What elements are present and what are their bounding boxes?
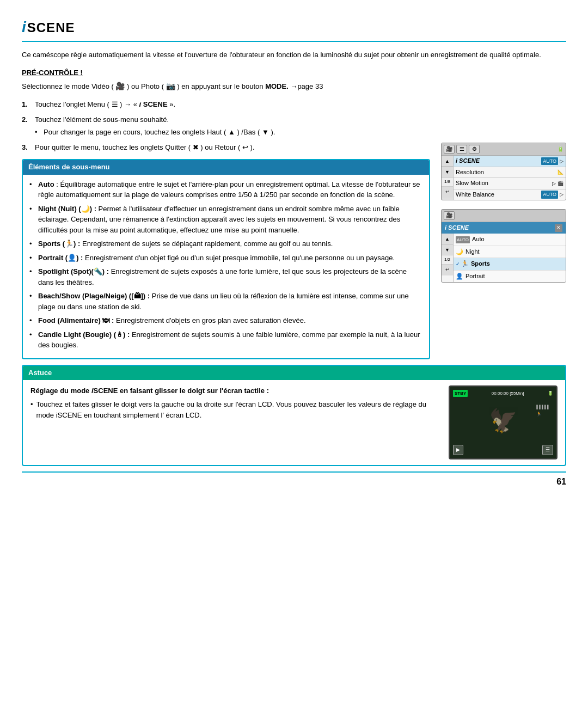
submenu-item-sports: • Sports (🏃) : Enregistrement de sujets …	[29, 238, 422, 249]
panel1-row-whitebalance[interactable]: White Balance AUTO ▷	[454, 189, 566, 200]
panel1-value-whitebalance: AUTO	[541, 191, 558, 199]
option-night-label: Night	[465, 248, 480, 256]
panel2-nav-back[interactable]: ↩	[442, 265, 453, 275]
astuce-bold-text: Réglage du mode iSCENE en faisant glisse…	[30, 387, 269, 395]
panel1-icon-list: ☰	[456, 145, 467, 154]
option-auto-label: Auto	[472, 235, 485, 243]
step-1: 1. Touchez l'onglet Menu ( ☰ ) → « i SCE…	[22, 99, 430, 110]
lcd-battery-icon: 🔋	[548, 390, 553, 396]
panel2-option-sports[interactable]: ✓ 🏃 Sports	[454, 258, 566, 270]
panel2-option-night[interactable]: 🌙 Night	[454, 246, 566, 258]
panel2-close-btn[interactable]: ✕	[555, 224, 562, 232]
panel1-label-whitebalance: White Balance	[456, 191, 541, 199]
lcd-zoom-indicator: ▌▌▌▌▌	[536, 405, 550, 410]
panel1-value-slowmotion: ▷ 🎬	[552, 180, 564, 187]
option-portrait-label: Portrait	[465, 272, 485, 280]
page-title: iSCENE	[22, 16, 566, 42]
option-sports-label: Sports	[471, 260, 490, 268]
panel2-nav-counter: 1/2	[442, 255, 453, 264]
step-3-text: Pour quitter le menu, touchez les onglet…	[35, 142, 255, 153]
lcd-menu-btn[interactable]: ☰	[542, 445, 553, 455]
panel1-nav-counter: 1/8	[442, 177, 453, 186]
astuce-text-area: Réglage du mode iSCENE en faisant glisse…	[30, 385, 440, 421]
option-portrait-icon: 👤	[456, 272, 463, 280]
panel1-nav-back[interactable]: ↩	[442, 187, 453, 198]
panel1-nav-down[interactable]: ▼	[442, 167, 453, 177]
panel1-icon-battery: 🔋	[558, 146, 564, 153]
ui-panel-1: 🎥 ☰ ⚙ 🔋 ▲ ▼ 1/8 ↩ i SCENE AUTO	[441, 143, 566, 200]
submenu-box: Éléments de sous-menu • Auto : Équilibra…	[22, 159, 430, 359]
step-num-3: 3.	[22, 142, 32, 153]
step-num-1: 1.	[22, 99, 32, 110]
panel1-icon-camera: 🎥	[444, 145, 455, 154]
option-sports-check: ✓	[456, 261, 460, 268]
panel1-icon-gear: ⚙	[469, 145, 480, 154]
step-2: 2. Touchez l'élément de sous-menu souhai…	[22, 114, 430, 125]
option-auto-badge: AUTO	[456, 236, 470, 243]
page-number: 61	[22, 471, 566, 488]
panel1-label-slowmotion: Slow Motion	[456, 179, 552, 187]
panel1-row-scene[interactable]: i SCENE AUTO ▷	[454, 156, 566, 167]
panel1-value-resolution: 📐	[558, 169, 564, 176]
panel2-option-auto[interactable]: AUTO Auto	[454, 234, 566, 246]
panel2-scene-title: i SCENE	[445, 224, 469, 232]
select-line: Sélectionnez le mode Vidéo ( 🎥 ) ou Phot…	[22, 81, 566, 92]
pre-controle-title: PRÉ-CONTRÔLE !	[22, 68, 566, 78]
lcd-sports-icon-lcd: 🏃	[536, 411, 550, 417]
submenu-item-beach: • Beach/Show (Plage/Neige) ([🏔]) : Prise…	[29, 291, 422, 312]
step-1-text: Touchez l'onglet Menu ( ☰ ) → « i SCENE …	[35, 99, 175, 110]
submenu-item-night: • Night (Nuit) (🌙) : Permet à l'utilisat…	[29, 204, 422, 236]
intro-text: Ce caméscope règle automatiquement la vi…	[22, 50, 566, 60]
submenu-item-food: • Food (Alimentaire) 🍽 : Enregistrement …	[29, 315, 422, 326]
astuce-body-text: Touchez et faites glisser le doigt vers …	[36, 399, 440, 420]
submenu-item-candle: • Candle Light (Bougie) (🕯) : Enregistre…	[29, 329, 422, 351]
ui-panel-2: 🎥 i SCENE ✕ ▲ ▼ 1/2 ↩ AUTO Auto	[441, 209, 566, 283]
panel1-row-resolution[interactable]: Resolution 📐	[454, 167, 566, 178]
panel1-label-scene: i SCENE	[456, 157, 541, 165]
title-text: SCENE	[27, 19, 75, 37]
astuce-section: Astuce Réglage du mode iSCENE en faisant…	[22, 365, 566, 466]
submenu-list: • Auto : Équilibrage automatique entre l…	[29, 179, 422, 351]
camera-lcd-mockup: STBY 00:00:00 [55Min] 🔋 🦅 ▌▌▌▌▌ 🏃 ▶ ☰	[449, 385, 558, 459]
lcd-time-display: 00:00:00 [55Min]	[492, 390, 524, 396]
submenu-item-spotlight: • Spotlight (Spot)(🔦) : Enregistrement d…	[29, 266, 422, 287]
option-sports-icon: 🏃	[461, 260, 469, 268]
panel1-row-slowmotion[interactable]: Slow Motion ▷ 🎬	[454, 178, 566, 189]
panel1-label-resolution: Resolution	[456, 168, 558, 176]
submenu-item-portrait: • Portrait (👤) : Enregistrement d'un obj…	[29, 253, 422, 264]
step-2-sub: • Pour changer la page en cours, touchez…	[35, 127, 430, 138]
lcd-mode-badge: STBY	[453, 390, 468, 397]
panel1-nav-up[interactable]: ▲	[442, 156, 453, 167]
lcd-subject-image: 🦅	[489, 405, 517, 437]
astuce-title: Astuce	[23, 366, 565, 380]
title-italic: i	[22, 16, 26, 38]
step-3: 3. Pour quitter le menu, touchez les ong…	[22, 142, 430, 153]
submenu-item-auto: • Auto : Équilibrage automatique entre l…	[29, 179, 422, 200]
panel2-nav-up[interactable]: ▲	[442, 234, 453, 244]
panel2-nav-down[interactable]: ▼	[442, 244, 453, 255]
panel1-value-scene: AUTO	[541, 157, 558, 166]
panel2-option-portrait[interactable]: 👤 Portrait	[454, 271, 566, 282]
step-num-2: 2.	[22, 114, 32, 125]
lcd-play-btn[interactable]: ▶	[453, 445, 463, 455]
step-2-text: Touchez l'élément de sous-menu souhaité.	[35, 114, 169, 125]
option-night-icon: 🌙	[456, 248, 463, 256]
panel2-icon-camera: 🎥	[444, 211, 455, 220]
submenu-title: Éléments de sous-menu	[23, 160, 429, 174]
